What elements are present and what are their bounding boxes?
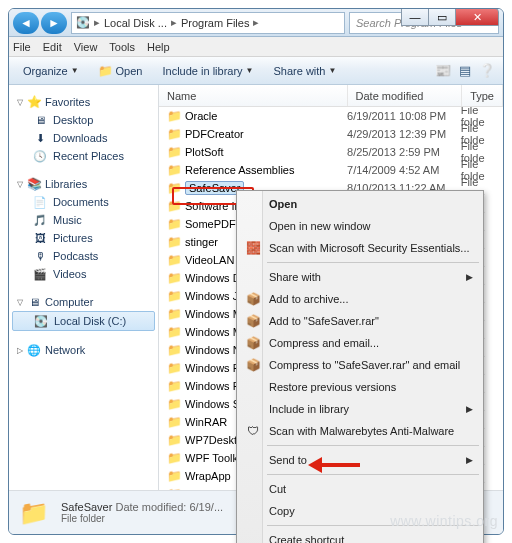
ctx-add-rar[interactable]: 📦Add to "SafeSaver.rar"	[239, 310, 481, 332]
expand-icon: ▷	[17, 346, 23, 355]
column-name[interactable]: Name	[159, 85, 348, 106]
file-row[interactable]: Oracle6/19/2011 10:08 PMFile folde	[159, 107, 503, 125]
collapse-icon: ▽	[17, 98, 23, 107]
breadcrumb[interactable]: Program Files	[181, 17, 249, 29]
desktop-icon	[33, 113, 47, 127]
file-name: SomePDF	[185, 218, 236, 230]
back-button[interactable]: ◄	[13, 12, 39, 34]
forward-button[interactable]: ►	[41, 12, 67, 34]
sidebar-item-downloads[interactable]: Downloads	[9, 129, 158, 147]
preview-pane-icon[interactable]: ▤	[459, 63, 471, 78]
folder-icon	[167, 325, 181, 339]
menu-view[interactable]: View	[74, 41, 98, 53]
star-icon	[27, 95, 41, 109]
archive-icon: 📦	[245, 292, 261, 306]
file-date: 7/14/2009 4:52 AM	[347, 164, 461, 176]
ctx-compress-rar-email[interactable]: 📦Compress to "SafeSaver.rar" and email	[239, 354, 481, 376]
sidebar-network[interactable]: ▷Network	[9, 341, 158, 359]
menu-edit[interactable]: Edit	[43, 41, 62, 53]
sidebar-item-pictures[interactable]: Pictures	[9, 229, 158, 247]
toolbar: Organize▼ Open Include in library▼ Share…	[9, 57, 503, 85]
menu-tools[interactable]: Tools	[109, 41, 135, 53]
context-menu: Open Open in new window 🧱Scan with Micro…	[236, 190, 484, 543]
ctx-restore[interactable]: Restore previous versions	[239, 376, 481, 398]
minimize-button[interactable]: —	[401, 8, 429, 26]
chevron-right-icon: ▶	[466, 404, 473, 414]
open-button[interactable]: Open	[93, 62, 149, 80]
folder-icon	[167, 199, 181, 213]
folder-icon	[167, 127, 181, 141]
collapse-icon: ▽	[17, 298, 23, 307]
navigation-pane: ▽Favorites Desktop Downloads Recent Plac…	[9, 85, 159, 490]
sidebar-item-music[interactable]: Music	[9, 211, 158, 229]
folder-icon	[167, 433, 181, 447]
column-date[interactable]: Date modified	[348, 85, 463, 106]
menu-help[interactable]: Help	[147, 41, 170, 53]
folder-icon	[167, 271, 181, 285]
ctx-add-archive[interactable]: 📦Add to archive...	[239, 288, 481, 310]
view-options-icon[interactable]: 📰	[435, 63, 451, 78]
chevron-down-icon: ▼	[246, 66, 254, 75]
address-bar[interactable]: ▸ Local Disk ... ▸ Program Files ▸	[71, 12, 345, 34]
folder-icon	[167, 397, 181, 411]
libraries-icon	[27, 177, 41, 191]
ctx-send-to[interactable]: Send to▶	[239, 449, 481, 471]
file-row[interactable]: PlotSoft8/25/2013 2:59 PMFile folde	[159, 143, 503, 161]
folder-icon	[167, 181, 181, 195]
sidebar-favorites[interactable]: ▽Favorites	[9, 93, 158, 111]
breadcrumb[interactable]: Local Disk ...	[104, 17, 167, 29]
chevron-down-icon: ▼	[71, 66, 79, 75]
sidebar-item-podcasts[interactable]: Podcasts	[9, 247, 158, 265]
ctx-share-with[interactable]: Share with▶	[239, 266, 481, 288]
folder-icon	[167, 361, 181, 375]
documents-icon	[33, 195, 47, 209]
folder-icon	[167, 289, 181, 303]
file-date: 6/19/2011 10:08 PM	[347, 110, 461, 122]
file-name: Windows D	[185, 272, 241, 284]
disk-icon	[76, 16, 90, 30]
close-button[interactable]: ✕	[455, 8, 499, 26]
sidebar-item-videos[interactable]: Videos	[9, 265, 158, 283]
share-button[interactable]: Share with▼	[268, 63, 343, 79]
ctx-compress-email[interactable]: 📦Compress and email...	[239, 332, 481, 354]
sidebar-item-recent[interactable]: Recent Places	[9, 147, 158, 165]
file-date: 4/29/2013 12:39 PM	[347, 128, 461, 140]
chevron-right-icon: ▶	[466, 272, 473, 282]
ctx-create-shortcut[interactable]: Create shortcut	[239, 529, 481, 543]
menu-file[interactable]: File	[13, 41, 31, 53]
menubar: File Edit View Tools Help	[9, 37, 503, 57]
sidebar-item-local-disk[interactable]: Local Disk (C:)	[12, 311, 155, 331]
organize-button[interactable]: Organize▼	[17, 63, 85, 79]
disk-icon	[34, 314, 48, 328]
file-name: VideoLAN	[185, 254, 234, 266]
folder-icon	[167, 217, 181, 231]
ctx-include-library[interactable]: Include in library▶	[239, 398, 481, 420]
archive-icon: 📦	[245, 314, 261, 328]
file-row[interactable]: Reference Assemblies7/14/2009 4:52 AMFil…	[159, 161, 503, 179]
file-name: PlotSoft	[185, 146, 224, 158]
ctx-scan-mse[interactable]: 🧱Scan with Microsoft Security Essentials…	[239, 237, 481, 259]
column-type[interactable]: Type	[462, 85, 503, 106]
folder-icon	[167, 469, 181, 483]
sidebar-item-documents[interactable]: Documents	[9, 193, 158, 211]
ctx-cut[interactable]: Cut	[239, 478, 481, 500]
sidebar-item-desktop[interactable]: Desktop	[9, 111, 158, 129]
shield-icon: 🧱	[245, 241, 261, 255]
help-icon[interactable]: ❔	[479, 63, 495, 78]
ctx-open-new-window[interactable]: Open in new window	[239, 215, 481, 237]
collapse-icon: ▽	[17, 180, 23, 189]
ctx-open[interactable]: Open	[239, 193, 481, 215]
include-library-button[interactable]: Include in library▼	[156, 63, 259, 79]
archive-icon: 📦	[245, 336, 261, 350]
sidebar-computer[interactable]: ▽Computer	[9, 293, 158, 311]
shield-icon: 🛡	[245, 424, 261, 438]
status-text: SafeSaver Date modified: 6/19/... File f…	[61, 501, 223, 524]
folder-icon	[167, 109, 181, 123]
folder-icon	[167, 451, 181, 465]
sidebar-libraries[interactable]: ▽Libraries	[9, 175, 158, 193]
file-row[interactable]: PDFCreator4/29/2013 12:39 PMFile folde	[159, 125, 503, 143]
maximize-button[interactable]: ▭	[428, 8, 456, 26]
file-name: WPF Toolkit	[185, 452, 243, 464]
chevron-down-icon: ▼	[328, 66, 336, 75]
ctx-scan-mbam[interactable]: 🛡Scan with Malwarebytes Anti-Malware	[239, 420, 481, 442]
